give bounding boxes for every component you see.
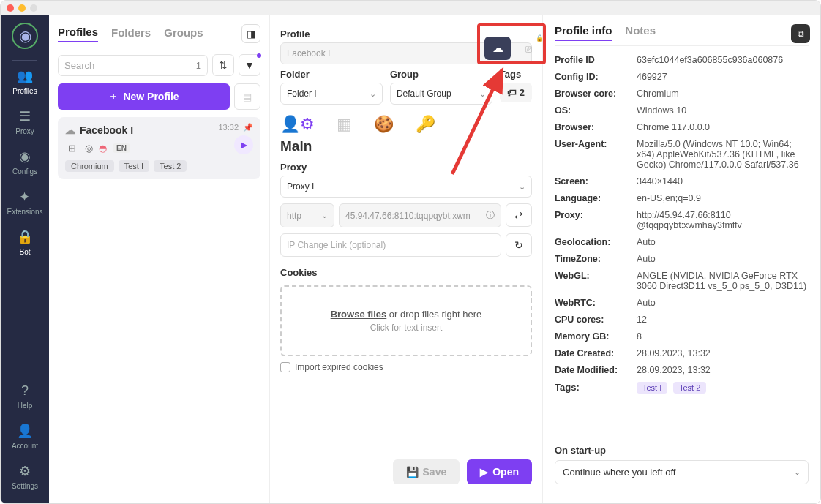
proxy-select[interactable]: Proxy I⌄: [280, 176, 532, 198]
tags-button[interactable]: 🏷2: [500, 83, 532, 102]
chevron-down-icon: ⌄: [519, 182, 525, 192]
cookies-label: Cookies: [280, 267, 532, 278]
cookies-section-icon[interactable]: 🍪: [374, 115, 394, 134]
search-count: 1: [196, 60, 201, 71]
sidebar-item-help[interactable]: ? Help: [18, 383, 33, 410]
nav-sidebar: ◉ 👥 Profiles ☰ Proxy ◉ Configs ✦ Extensi…: [1, 15, 49, 503]
drop-text: or drop files right here: [386, 309, 481, 320]
info-row: Screen:3440×1440: [555, 176, 809, 187]
main-heading: Main: [280, 138, 532, 154]
chevron-down-icon: ⌄: [794, 467, 801, 477]
save-button[interactable]: 💾Save: [393, 459, 460, 484]
folder-value: Folder I: [287, 89, 317, 99]
swap-button[interactable]: ⇄: [506, 203, 532, 227]
help-icon: ?: [21, 383, 29, 399]
hardware-section-icon[interactable]: ▦: [337, 115, 352, 134]
open-button[interactable]: ▶Open: [467, 459, 532, 484]
group-field-label: Group: [390, 69, 492, 80]
folder-select[interactable]: Folder I⌄: [280, 83, 383, 105]
import-expired-label: Import expired cookies: [295, 362, 383, 372]
maximize-window-icon: [30, 4, 37, 12]
browse-files-link[interactable]: Browse files: [331, 309, 387, 320]
tab-profiles[interactable]: Profiles: [58, 26, 98, 42]
app-logo-icon: ◉: [12, 23, 38, 49]
info-key: Browser core:: [555, 89, 637, 99]
windows-icon: ⊞: [65, 142, 79, 154]
close-window-icon[interactable]: [7, 4, 14, 12]
layout-toggle-button[interactable]: ◨: [241, 24, 260, 43]
chevron-down-icon: ⌄: [370, 89, 376, 99]
info-key: Screen:: [555, 176, 637, 187]
info-row: Date Modified:28.09.2023, 13:32: [555, 365, 809, 375]
search-input[interactable]: Search 1: [58, 55, 208, 76]
tab-groups[interactable]: Groups: [164, 26, 203, 42]
info-key: User-Agent:: [555, 139, 637, 170]
info-icon: ⓘ: [486, 209, 495, 222]
protocol-select[interactable]: http⌄: [280, 203, 334, 227]
info-key: Browser:: [555, 122, 637, 132]
sort-button[interactable]: ⇅: [212, 54, 234, 76]
profiles-list-panel: Profiles Folders Groups ◨ Search 1 ⇅ ▼ ＋…: [49, 15, 270, 503]
info-row: CPU cores:12: [555, 315, 809, 325]
chip-chromium: Chromium: [65, 160, 114, 172]
play-icon: ▶: [480, 466, 488, 478]
pin-icon[interactable]: 📌: [243, 123, 253, 132]
cloud-storage-button[interactable]: ☁: [484, 37, 511, 60]
sidebar-item-configs[interactable]: ◉ Configs: [12, 148, 37, 176]
startup-select[interactable]: Continue where you left off ⌄: [555, 460, 809, 484]
info-row: WebRTC:Auto: [555, 298, 809, 308]
proxy-detail-input[interactable]: 45.94.47.66:8110:tqqpqybt:xwmⓘ: [339, 203, 501, 227]
sidebar-item-extensions[interactable]: ✦ Extensions: [7, 189, 43, 216]
tab-folders[interactable]: Folders: [111, 26, 151, 42]
sidebar-item-profiles[interactable]: 👥 Profiles: [12, 68, 37, 95]
proxy-label: Proxy: [280, 162, 532, 173]
chevron-down-icon: ⌄: [479, 89, 486, 99]
plus-icon: ＋: [108, 90, 119, 103]
ip-change-input[interactable]: IP Change Link (optional): [280, 233, 501, 257]
key-section-icon[interactable]: 🔑: [416, 115, 435, 134]
puzzle-icon: ✦: [19, 189, 30, 205]
copy-button[interactable]: ⧉: [791, 24, 810, 43]
startup-value: Continue where you left off: [563, 467, 675, 478]
info-value: 12: [637, 315, 647, 325]
info-key: Language:: [555, 193, 637, 203]
tags-field-label: Tags: [500, 69, 532, 80]
browser-icon: ◓: [99, 143, 107, 154]
minimize-window-icon[interactable]: [18, 4, 26, 12]
divider: [12, 60, 37, 61]
bulk-action-button[interactable]: ▤: [234, 83, 260, 110]
sidebar-item-bot[interactable]: 🔒 Bot: [17, 229, 33, 256]
gear-icon: ⚙: [19, 463, 31, 479]
drive-icon: ⎚: [525, 42, 532, 55]
filter-button[interactable]: ▼: [239, 54, 260, 76]
info-row: Geolocation:Auto: [555, 237, 809, 247]
import-expired-checkbox[interactable]: [280, 362, 290, 372]
sidebar-label: Extensions: [7, 208, 43, 216]
new-profile-button[interactable]: ＋New Profile: [58, 83, 230, 110]
sidebar-item-account[interactable]: 👤 Account: [12, 423, 38, 450]
profile-card[interactable]: ☁ Facebook I 13:32 📌 ⊞ ◎ ◓ EN ▶ Chromium…: [58, 117, 260, 179]
protocol-value: http: [287, 211, 301, 221]
cookies-dropzone[interactable]: Browse files or drop files right here Cl…: [280, 285, 532, 356]
play-button[interactable]: ▶: [234, 135, 253, 154]
sidebar-label: Profiles: [12, 87, 37, 95]
local-storage-button[interactable]: ⎚🔒: [515, 37, 541, 60]
group-select[interactable]: Default Group⌄: [390, 83, 492, 105]
chevron-down-icon: ⌄: [321, 211, 328, 220]
refresh-button[interactable]: ↻: [506, 233, 532, 257]
tab-profile-info[interactable]: Profile info: [555, 24, 612, 41]
sidebar-item-proxy[interactable]: ☰ Proxy: [15, 108, 34, 135]
save-label: Save: [423, 466, 447, 478]
info-row: Date Created:28.09.2023, 13:32: [555, 348, 809, 358]
info-row: Profile ID63efc1044ef3a606855c936a060876: [555, 55, 809, 65]
sidebar-label: Help: [18, 402, 33, 410]
main-section-icon[interactable]: 👤⚙: [280, 115, 315, 134]
info-value: Auto: [637, 237, 656, 247]
window-titlebar: [1, 1, 820, 15]
sidebar-item-settings[interactable]: ⚙ Settings: [12, 463, 38, 490]
filter-badge-icon: [257, 53, 261, 58]
info-value: 469927: [637, 72, 667, 82]
tag-icon: 🏷: [507, 87, 517, 98]
tab-notes[interactable]: Notes: [625, 24, 656, 41]
save-icon: 💾: [406, 466, 419, 478]
